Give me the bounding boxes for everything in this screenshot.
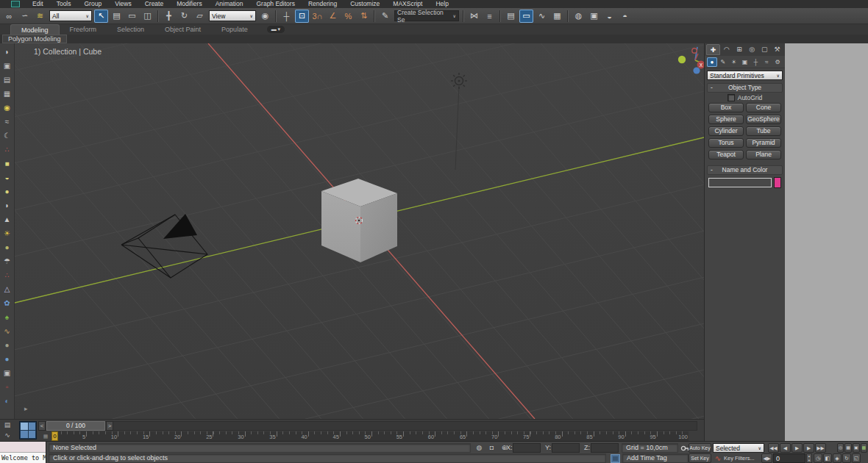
current-frame-field[interactable]: 0 xyxy=(773,453,805,463)
menu-item[interactable]: Help xyxy=(429,0,455,8)
tab-display-icon[interactable]: ▢ xyxy=(758,44,771,55)
panel-toggle-icon[interactable]: ▤ xyxy=(1,420,13,430)
menu-item[interactable]: Edit xyxy=(26,0,50,8)
zoom-extents-all-icon[interactable]: ▩ xyxy=(861,443,868,453)
ribbon-overflow-button[interactable]: ▬ ▾ xyxy=(267,26,285,33)
cone-primitive-icon[interactable]: ▲ xyxy=(1,212,13,226)
bind-to-space-warp-icon[interactable]: ≋ xyxy=(33,10,47,23)
zoom-all-icon[interactable]: ▦ xyxy=(844,443,852,453)
align-icon[interactable]: ≡ xyxy=(483,10,497,23)
primitive-button[interactable]: Cylinder xyxy=(708,126,744,136)
fov-region-icon[interactable]: ◧ xyxy=(823,453,832,463)
mirror-icon[interactable]: ⋈ xyxy=(467,10,481,23)
window-crossing-icon[interactable]: ◫ xyxy=(140,10,154,23)
viewport-layout-button[interactable] xyxy=(19,421,37,439)
rain-icon[interactable]: ☂ xyxy=(1,254,13,268)
previous-frame-arrow[interactable]: < xyxy=(38,421,46,431)
object-name-input[interactable] xyxy=(708,178,772,187)
select-and-link-icon[interactable]: ∞ xyxy=(2,10,16,23)
trackbar-filter-icon[interactable]: ▦ xyxy=(40,431,51,441)
track-bar[interactable]: 5101520253035404550556065707580859095100… xyxy=(54,431,689,441)
disc-primitive-icon[interactable]: ● xyxy=(1,184,13,198)
select-by-name-icon[interactable]: ▤ xyxy=(110,10,124,23)
time-slider-handle[interactable]: 0 / 100 xyxy=(46,421,105,431)
dome-primitive-icon[interactable]: ◒ xyxy=(1,171,13,184)
select-and-manipulate-icon[interactable]: ┼ xyxy=(280,10,294,23)
expand-arrow-icon[interactable]: ▸ xyxy=(24,405,28,412)
fur-icon[interactable]: ∿ xyxy=(1,324,13,338)
subtab-helpers-icon[interactable]: ┼ xyxy=(750,57,761,67)
object-type-rollout-header[interactable]: - Object Type xyxy=(707,83,783,93)
select-and-rotate-icon[interactable]: ↻ xyxy=(177,10,191,23)
z-coordinate-field[interactable] xyxy=(591,443,619,453)
name-color-rollout-header[interactable]: - Name and Color xyxy=(707,165,783,175)
key-selection-dropdown[interactable]: Selected ∨ xyxy=(713,443,764,453)
angle-snap-icon[interactable]: ∠ xyxy=(326,10,340,23)
selection-lock-icon[interactable]: ◘ xyxy=(487,443,497,453)
orbit-icon[interactable]: ↻ xyxy=(842,453,851,463)
subtab-cameras-icon[interactable]: ▣ xyxy=(740,57,750,67)
isolate-selection-icon[interactable]: ◍ xyxy=(474,443,484,453)
flower-icon[interactable]: ✿ xyxy=(1,296,13,310)
set-key-button[interactable]: Set Key xyxy=(689,453,711,463)
subtab-systems-icon[interactable]: ⚙ xyxy=(772,57,783,67)
go-to-end-icon[interactable]: ▶▶ xyxy=(815,443,826,453)
sun-icon[interactable]: ☀ xyxy=(1,226,13,240)
previous-frame-icon[interactable]: ◀ xyxy=(780,443,791,453)
tab-modify-icon[interactable]: ◠ xyxy=(720,44,733,55)
subtab-lights-icon[interactable]: ☀ xyxy=(729,57,739,67)
subtab-geometry-icon[interactable]: ● xyxy=(707,57,717,67)
tab-create-icon[interactable]: ✚ xyxy=(706,44,720,55)
primitive-button[interactable]: Plane xyxy=(746,150,781,159)
cage-gizmo-icon[interactable]: △ xyxy=(1,282,13,296)
moon-icon[interactable]: ☾ xyxy=(1,129,13,143)
menu-item[interactable]: Tools xyxy=(50,0,78,8)
box-primitive-icon[interactable]: ■ xyxy=(1,157,13,171)
maximize-viewport-icon[interactable]: ◱ xyxy=(852,453,861,463)
menu-item[interactable]: MAXScript xyxy=(386,0,429,8)
menu-item[interactable]: Rendering xyxy=(302,0,344,8)
go-to-start-icon[interactable]: ◀◀ xyxy=(768,443,779,453)
primitive-button[interactable]: Pyramid xyxy=(746,138,781,148)
render-production-icon[interactable]: ◒ xyxy=(602,10,616,23)
leaf-icon[interactable]: ♠ xyxy=(1,310,13,324)
grid-panel-icon[interactable]: ▦ xyxy=(1,87,13,101)
tab-hierarchy-icon[interactable]: ⊞ xyxy=(733,44,745,55)
sphere-olive-icon[interactable]: ● xyxy=(1,240,13,254)
menu-item[interactable]: Group xyxy=(78,0,109,8)
menu-item[interactable]: Graph Editors xyxy=(249,0,301,8)
x-coordinate-field[interactable] xyxy=(513,443,541,453)
zoom-extents-icon[interactable]: ▣ xyxy=(853,443,860,453)
primitive-button[interactable]: Torus xyxy=(708,138,744,148)
menu-item[interactable]: Animation xyxy=(209,0,250,8)
select-and-scale-icon[interactable]: ▱ xyxy=(193,10,207,23)
coordinate-system-dropdown[interactable]: View∨ xyxy=(209,10,256,21)
molecule-icon[interactable]: ∴ xyxy=(1,143,13,157)
sphere-blue-icon[interactable]: ● xyxy=(1,352,13,366)
frame-spinner[interactable]: ▴ ▾ xyxy=(806,453,812,463)
key-filters-button[interactable]: Key Filters... xyxy=(724,453,761,463)
atoms-icon[interactable]: ∴ xyxy=(1,268,13,282)
percent-snap-icon[interactable]: % xyxy=(341,10,355,23)
navigation-gizmo[interactable]: X xyxy=(675,44,704,77)
spinner-down-icon[interactable]: ▾ xyxy=(807,459,811,463)
polygon-modeling-panel-button[interactable]: Polygon Modeling xyxy=(2,35,67,43)
subtab-shapes-icon[interactable]: ✎ xyxy=(718,57,728,67)
key-mode-toggle-icon[interactable]: ◀▶ xyxy=(761,453,772,463)
primitive-button[interactable]: Teapot xyxy=(708,150,744,159)
selection-filter-dropdown[interactable]: All∨ xyxy=(49,10,92,21)
menu-item[interactable]: Customize xyxy=(344,0,386,8)
ribbon-tab[interactable]: Modeling xyxy=(10,24,60,35)
menu-item[interactable]: Views xyxy=(108,0,138,8)
spray-icon[interactable]: ≈ xyxy=(1,115,13,129)
current-frame-marker[interactable]: 0 xyxy=(51,431,58,441)
add-time-tag-field[interactable]: Add Time Tag xyxy=(622,453,689,463)
new-key-tangent-icon[interactable]: ∿ xyxy=(714,453,722,463)
object-color-swatch[interactable] xyxy=(774,177,781,188)
zoom-icon[interactable]: ◎ xyxy=(837,443,844,453)
named-selection-sets-icon[interactable]: ✎ xyxy=(378,10,392,23)
primitive-button[interactable]: Sphere xyxy=(708,115,744,124)
maxscript-mini-listener[interactable]: Welcome to M xyxy=(0,442,46,463)
pan-icon[interactable]: ◈ xyxy=(833,453,842,463)
teapot-icon[interactable]: ◗ xyxy=(1,45,13,59)
